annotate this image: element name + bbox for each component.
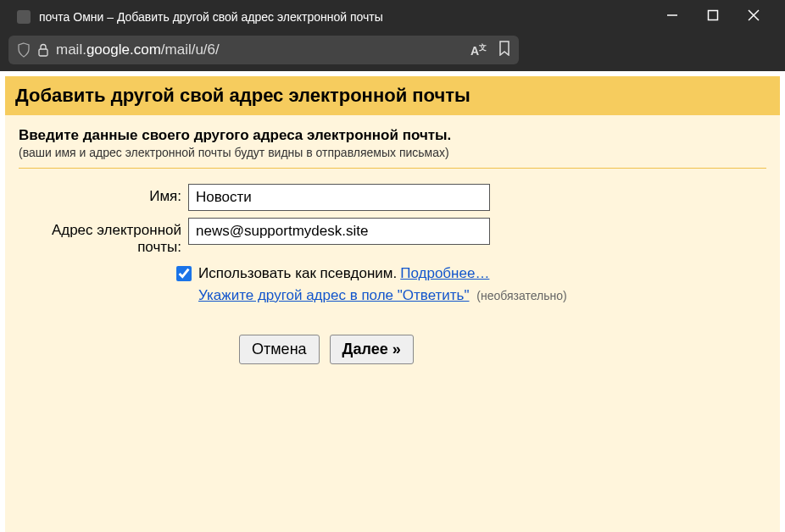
main-content: Введите данные своего другого адреса эле… bbox=[5, 115, 780, 532]
alias-label: Использовать как псевдоним. bbox=[198, 265, 397, 282]
email-label: Адрес электронной почты: bbox=[19, 218, 188, 257]
window-title: почта Омни – Добавить другой свой адрес … bbox=[39, 10, 666, 24]
email-input[interactable] bbox=[188, 218, 490, 245]
url-domain: google.com bbox=[86, 42, 161, 58]
name-input[interactable] bbox=[188, 184, 490, 211]
intro-subtitle: (ваши имя и адрес электронной почты буду… bbox=[19, 146, 766, 159]
address-bar-inner[interactable]: mail.google.com/mail/u/6/ A文 bbox=[8, 36, 519, 64]
cancel-button[interactable]: Отмена bbox=[239, 335, 320, 364]
name-label: Имя: bbox=[19, 184, 188, 205]
page-header: Добавить другой свой адрес электронной п… bbox=[5, 76, 780, 115]
bookmark-icon[interactable] bbox=[498, 41, 510, 59]
maximize-button[interactable] bbox=[707, 9, 719, 25]
intro-title: Введите данные своего другого адреса эле… bbox=[19, 127, 766, 144]
close-button[interactable] bbox=[748, 9, 760, 25]
alias-more-link[interactable]: Подробнее… bbox=[400, 265, 489, 282]
divider bbox=[19, 168, 766, 169]
lock-icon bbox=[37, 43, 49, 57]
url-prefix: mail. bbox=[56, 42, 86, 58]
reply-address-link[interactable]: Укажите другой адрес в поле "Ответить" bbox=[198, 287, 470, 303]
translate-icon[interactable]: A文 bbox=[470, 42, 487, 58]
reply-optional-label: (необязательно) bbox=[476, 289, 566, 302]
shield-icon bbox=[17, 42, 31, 58]
next-button[interactable]: Далее » bbox=[330, 335, 414, 364]
url-path: /mail/u/6/ bbox=[161, 42, 220, 58]
address-bar: mail.google.com/mail/u/6/ A文 bbox=[0, 34, 785, 71]
url-text: mail.google.com/mail/u/6/ bbox=[56, 42, 470, 58]
window-favicon bbox=[17, 10, 31, 24]
svg-rect-4 bbox=[39, 49, 47, 56]
window-titlebar: почта Омни – Добавить другой свой адрес … bbox=[0, 0, 785, 34]
svg-rect-1 bbox=[709, 11, 718, 20]
minimize-button[interactable] bbox=[666, 9, 678, 25]
alias-checkbox[interactable] bbox=[176, 266, 192, 281]
